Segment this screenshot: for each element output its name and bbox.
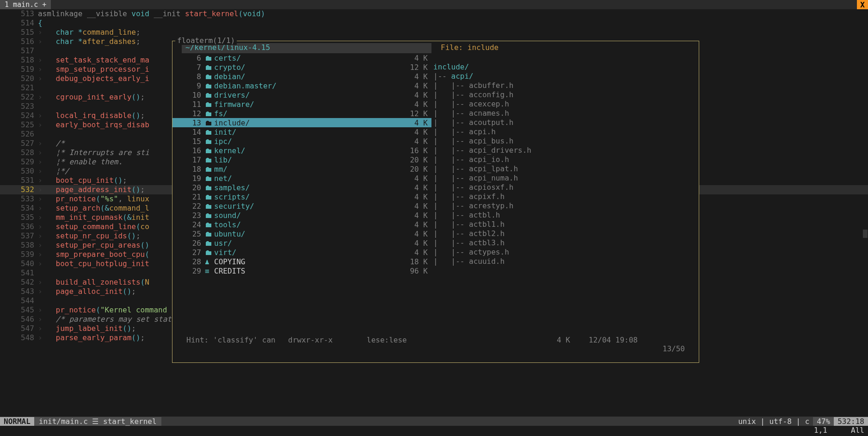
dir-size: 20 K: [394, 156, 431, 164]
dir-size: 4 K: [394, 128, 431, 137]
code-content: › parse_early_param();: [38, 333, 145, 343]
dir-index: 23: [172, 211, 205, 220]
dir-name: virt/: [214, 248, 394, 257]
dir-row[interactable]: 9🖿debian.master/4 K: [172, 81, 431, 90]
dir-size: 4 K: [394, 248, 431, 257]
dir-size: 4 K: [394, 183, 431, 192]
code-content: › smp_prepare_boot_cpu(: [38, 250, 149, 259]
dir-row[interactable]: 29≡CREDITS96 K: [172, 266, 431, 275]
tree-row: | |-- actbl.h: [433, 211, 699, 220]
tree-row: | |-- actbl2.h: [433, 229, 699, 238]
dir-name: kernel/: [214, 146, 394, 155]
dir-index: 27: [172, 248, 205, 257]
dir-row[interactable]: 16🖿kernel/16 K: [172, 146, 431, 155]
folder-icon: 🖿: [205, 128, 214, 137]
footer-size: 4 K: [505, 336, 589, 344]
close-button[interactable]: X: [857, 0, 868, 9]
dir-row[interactable]: 10🖿drivers/4 K: [172, 90, 431, 100]
line-number: 521: [0, 83, 38, 93]
file-path: init/main.c ☰ start_kernel: [34, 417, 161, 426]
dir-row[interactable]: 14🖿init/4 K: [172, 127, 431, 137]
code-content: › char *after_dashes;: [38, 37, 141, 46]
dir-row[interactable]: 12🖿fs/12 K: [172, 109, 431, 118]
tree-row: | |-- acnames.h: [433, 109, 699, 118]
code-content: › build_all_zonelists(N: [38, 278, 149, 287]
dir-row[interactable]: 28♟COPYING18 K: [172, 257, 431, 266]
folder-icon: 🖿: [205, 100, 214, 109]
dir-size: 4 K: [394, 54, 431, 62]
code-content: › page_alloc_init();: [38, 287, 136, 296]
code-line[interactable]: 515› char *command_line;: [0, 28, 868, 37]
dir-row[interactable]: 13🖿include/4 K: [172, 118, 431, 127]
mode-indicator: NORMAL: [0, 417, 34, 426]
tree-row: | |-- actypes.h: [433, 248, 699, 257]
code-line[interactable]: 513asmlinkage __visible void __init star…: [0, 9, 868, 19]
dir-index: 20: [172, 183, 205, 192]
code-content: › boot_cpu_init();: [38, 176, 127, 185]
folder-icon: 🖿: [205, 248, 214, 257]
floaterm-header: ~/kernel/linux-4.15 File: include: [172, 43, 699, 53]
dir-row[interactable]: 7🖿crypto/12 K: [172, 62, 431, 72]
dir-index: 24: [172, 220, 205, 229]
dir-row[interactable]: 20🖿samples/4 K: [172, 183, 431, 192]
code-content: › page_address_init();: [38, 185, 145, 194]
footer-date: 12/04 19:08: [589, 336, 638, 344]
dir-size: 4 K: [394, 118, 431, 127]
dir-index: 18: [172, 165, 205, 174]
dir-index: 21: [172, 193, 205, 201]
line-number: 547: [0, 324, 38, 333]
dir-index: 11: [172, 100, 205, 109]
file-tab[interactable]: 1 main.c +: [0, 0, 51, 9]
dir-index: 12: [172, 109, 205, 118]
dir-row[interactable]: 11🖿firmware/4 K: [172, 100, 431, 109]
code-content: › local_irq_disable();: [38, 111, 145, 120]
line-number: 519: [0, 65, 38, 74]
floaterm-title: floaterm(1/1): [175, 36, 237, 45]
dir-row[interactable]: 8🖿debian/4 K: [172, 72, 431, 81]
dir-row[interactable]: 26🖿usr/4 K: [172, 238, 431, 248]
dir-row[interactable]: 21🖿scripts/4 K: [172, 192, 431, 201]
folder-icon: 🖿: [205, 63, 214, 72]
line-number: 520: [0, 74, 38, 83]
line-number: 545: [0, 305, 38, 315]
dir-index: 9: [172, 81, 205, 90]
folder-icon: 🖿: [205, 230, 214, 238]
dir-name: debian/: [214, 72, 394, 81]
dir-row[interactable]: 15🖿ipc/4 K: [172, 137, 431, 146]
line-number: 516: [0, 37, 38, 46]
dir-row[interactable]: 18🖿mm/20 K: [172, 164, 431, 174]
line-number: 531: [0, 176, 38, 185]
code-line[interactable]: 514{: [0, 19, 868, 28]
dir-name: crypto/: [214, 63, 394, 72]
code-content: › ¦*/: [38, 167, 69, 176]
dir-index: 16: [172, 146, 205, 155]
dir-row[interactable]: 6🖿certs/4 K: [172, 53, 431, 62]
dir-row[interactable]: 25🖿ubuntu/4 K: [172, 229, 431, 238]
dir-row[interactable]: 27🖿virt/4 K: [172, 248, 431, 257]
tree-row: include/: [433, 62, 699, 72]
folder-icon: 🖿: [205, 72, 214, 81]
code-content: › /*: [38, 139, 65, 148]
line-number: 514: [0, 19, 38, 28]
dir-size: 4 K: [394, 174, 431, 183]
command-bar[interactable]: 1,1 All: [0, 426, 868, 436]
code-content: › early_boot_irqs_disab: [38, 120, 149, 130]
dir-name: usr/: [214, 239, 394, 248]
code-content: › pr_notice("%s", linux: [38, 194, 149, 204]
dir-row[interactable]: 17🖿lib/20 K: [172, 155, 431, 164]
line-number: 538: [0, 241, 38, 250]
dir-row[interactable]: 22🖿security/4 K: [172, 201, 431, 211]
dir-index: 19: [172, 174, 205, 183]
dir-row[interactable]: 19🖿net/4 K: [172, 174, 431, 183]
folder-icon: 🖿: [205, 118, 214, 127]
line-number: 529: [0, 157, 38, 167]
dir-row[interactable]: 23🖿sound/4 K: [172, 211, 431, 220]
dir-name: mm/: [214, 165, 394, 174]
directory-list[interactable]: 6🖿certs/4 K7🖿crypto/12 K8🖿debian/4 K9🖿de…: [172, 53, 431, 336]
dir-name: security/: [214, 202, 394, 211]
dir-index: 8: [172, 72, 205, 81]
dir-row[interactable]: 24🖿tools/4 K: [172, 220, 431, 229]
dir-name: samples/: [214, 183, 394, 192]
tree-row: | |-- actbl3.h: [433, 238, 699, 248]
dir-size: 12 K: [394, 63, 431, 72]
